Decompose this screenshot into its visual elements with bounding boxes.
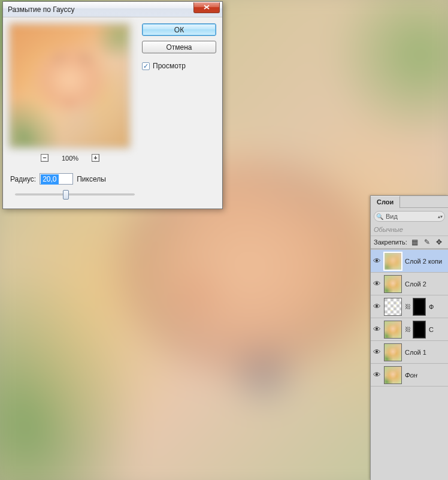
layer-thumbnail[interactable] [384,366,402,384]
tab-layers[interactable]: Слои [371,196,400,208]
lock-toolbar: Закрепить: ▦ ✎ ✥ [371,236,448,249]
radius-input[interactable]: 20,0 [40,173,73,185]
layer-mask-thumbnail[interactable] [413,321,426,339]
layers-panel: Слои 🔍 Вид ▴▾ Обычные Закрепить: ▦ ✎ ✥ 👁… [370,195,448,480]
layer-thumbnail[interactable] [384,275,402,293]
dialog-title: Размытие по Гауссу [8,5,193,14]
layer-row[interactable]: 👁Слой 2 [371,273,448,295]
eye-icon: 👁 [373,325,381,334]
layer-name[interactable]: Слой 1 [405,349,426,356]
search-icon: 🔍 [376,213,383,220]
preview-checkbox[interactable]: ✓ [142,62,150,70]
link-icon[interactable]: ⛓ [405,303,410,310]
layer-filter-select[interactable]: 🔍 Вид ▴▾ [374,211,445,222]
preview-checkbox-label: Просмотр [153,62,186,70]
check-icon: ✓ [143,62,149,70]
layer-name[interactable]: С [429,326,434,333]
eye-icon: 👁 [373,348,381,357]
radius-unit: Пикселы [77,175,106,183]
layer-name[interactable]: Фон [405,372,417,379]
eye-icon: 👁 [373,279,381,288]
cancel-button[interactable]: Отмена [142,41,216,53]
layer-thumbnail[interactable] [384,343,402,361]
ok-button[interactable]: ОК [142,23,216,36]
close-icon [204,5,210,10]
visibility-toggle[interactable]: 👁 [373,370,381,379]
link-icon[interactable]: ⛓ [405,326,410,333]
close-button[interactable] [193,2,220,13]
layer-name[interactable]: Слой 2 [405,280,426,288]
layer-row[interactable]: 👁Фон [371,364,448,387]
zoom-out-button[interactable]: − [41,154,49,162]
layer-name[interactable]: Слой 2 копи [405,258,442,265]
visibility-toggle[interactable]: 👁 [373,302,381,311]
slider-thumb[interactable] [63,190,69,200]
layer-row[interactable]: 👁Слой 1 [371,341,448,364]
layer-mask-thumbnail[interactable] [413,298,426,316]
radius-slider[interactable] [15,189,135,199]
lock-brush-icon[interactable]: ✎ [423,238,431,246]
visibility-toggle[interactable]: 👁 [373,256,381,265]
layer-row[interactable]: 👁⛓Ф [371,295,448,318]
layer-thumbnail[interactable] [384,252,402,270]
layer-row[interactable]: 👁Слой 2 копи [371,250,448,273]
blur-preview[interactable] [9,23,130,148]
zoom-in-button[interactable]: + [92,154,99,162]
layer-thumbnail[interactable] [384,321,402,339]
lock-move-icon[interactable]: ✥ [435,238,443,246]
blend-mode-select[interactable]: Обычные [371,224,448,236]
layer-thumbnail[interactable] [384,298,402,316]
visibility-toggle[interactable]: 👁 [373,279,381,288]
layer-name[interactable]: Ф [429,303,434,310]
gaussian-blur-dialog: Размытие по Гауссу − 100% + ОК Отмена [2,1,223,209]
visibility-toggle[interactable]: 👁 [373,325,381,334]
layer-row[interactable]: 👁⛓С [371,318,448,341]
chevron-updown-icon: ▴▾ [438,214,443,219]
zoom-level: 100% [62,155,78,162]
eye-icon: 👁 [373,302,381,311]
visibility-toggle[interactable]: 👁 [373,348,381,357]
eye-icon: 👁 [373,370,381,379]
dialog-titlebar[interactable]: Размытие по Гауссу [3,2,222,17]
eye-icon: 👁 [373,256,381,265]
radius-label: Радиус: [10,175,36,183]
layer-list: 👁Слой 2 копи👁Слой 2👁⛓Ф👁⛓С👁Слой 1👁Фон [371,249,448,387]
lock-transparency-icon[interactable]: ▦ [411,238,419,246]
